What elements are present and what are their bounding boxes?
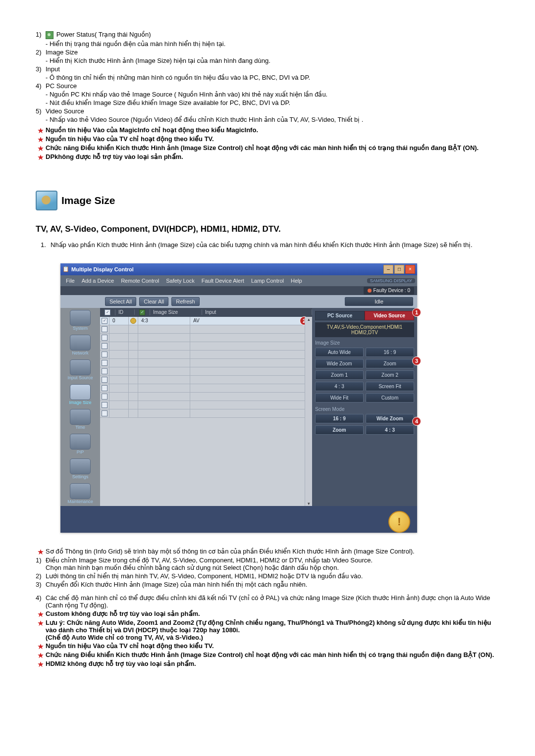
row-input: AV 2 <box>190 317 312 325</box>
row-checkbox[interactable] <box>102 410 107 416</box>
refresh-button[interactable]: Refresh <box>171 297 200 306</box>
btn-sm-zoom[interactable]: Zoom <box>315 425 364 435</box>
titlebar: 📋 Multiple Display Control – □ × <box>60 263 417 275</box>
row-checkbox[interactable] <box>102 385 107 391</box>
footer-item-1: 1) Điều chỉnh Image Size trong chế độ TV… <box>36 556 499 571</box>
right-panel: PC Source Video Source 1 TV,AV,S-Video,C… <box>312 308 417 506</box>
btn-custom[interactable]: Custom <box>366 393 414 403</box>
btn-wide-fit[interactable]: Wide Fit <box>315 393 364 403</box>
screen-mode-buttons: 16 : 9 Wide Zoom Zoom 4 : 3 4 <box>315 414 414 435</box>
sidebar-item-input-source[interactable]: Input Source <box>62 358 98 382</box>
menu-remote[interactable]: Remote Control <box>117 278 162 284</box>
btn-4-3[interactable]: 4 : 3 <box>315 382 364 391</box>
item-sub: Hiển thị trạng thái nguồn điện của màn h… <box>46 40 499 48</box>
btn-sm-wide-zoom[interactable]: Wide Zoom <box>366 414 414 423</box>
grid-row[interactable] <box>100 367 312 376</box>
tab-pc-source[interactable]: PC Source <box>315 311 365 320</box>
row-checkbox[interactable] <box>102 360 107 366</box>
tab-video-source[interactable]: Video Source <box>365 311 414 320</box>
btn-wide-zoom[interactable]: Wide Zoom <box>315 359 364 368</box>
callout-4: 4 <box>412 417 421 426</box>
grid-row[interactable] <box>100 359 312 367</box>
grid-row[interactable] <box>100 376 312 384</box>
row-checkbox[interactable] <box>102 368 107 374</box>
select-all-button[interactable]: Select All <box>105 297 136 306</box>
scroll-down-icon[interactable]: ▾ <box>305 501 312 506</box>
section-title: Image Size <box>61 195 115 206</box>
grid-row[interactable] <box>100 401 312 409</box>
grid-row[interactable] <box>100 334 312 342</box>
row-checkbox[interactable] <box>102 352 107 357</box>
maintenance-icon <box>70 483 91 499</box>
grid-row[interactable] <box>100 351 312 359</box>
row-checkbox[interactable] <box>102 343 107 349</box>
btn-zoom1[interactable]: Zoom 1 <box>315 370 364 380</box>
grid-scrollbar[interactable]: ▴ ▾ <box>305 317 312 506</box>
image-size-icon <box>70 384 91 400</box>
input-source-icon <box>70 359 91 375</box>
note-row: HDMI2 không được hỗ trợ tùy vào loại sản… <box>36 660 499 668</box>
menu-lamp[interactable]: Lamp Control <box>248 278 287 284</box>
footer-item-3: 3) Chuyển đổi Kích thước Hình ảnh (Image… <box>36 581 499 588</box>
btn-zoom2[interactable]: Zoom 2 <box>366 370 414 380</box>
grid-row[interactable] <box>100 342 312 351</box>
sidebar-item-system[interactable]: System <box>62 309 98 333</box>
network-icon <box>70 335 91 351</box>
sidebar-item-maintenance[interactable]: Maintenance <box>62 482 98 506</box>
item-title: Image Size <box>46 49 78 56</box>
header-input[interactable]: Input <box>202 309 312 315</box>
row-checkbox[interactable] <box>102 394 107 400</box>
btn-zoom[interactable]: Zoom <box>366 359 414 368</box>
sidebar-item-time[interactable]: Time <box>62 408 98 432</box>
row-checkbox[interactable] <box>102 377 107 383</box>
grid-row[interactable] <box>100 325 312 334</box>
footer-item-2: 2) Lưới thông tin chỉ hiển thị màn hình … <box>36 572 499 580</box>
top-item-2: 2) Image Size Hiển thị Kích thước Hình ả… <box>36 49 499 64</box>
note-row: Lưu ý: Chức năng Auto Wide, Zoom1 and Zo… <box>36 619 499 641</box>
grid-header: ✓ ID ✓ Image Size Input <box>100 308 312 317</box>
menu-safety[interactable]: Safety Lock <box>162 278 198 284</box>
btn-screen-fit[interactable]: Screen Fit <box>366 382 414 391</box>
btn-16-9[interactable]: 16 : 9 <box>366 348 414 357</box>
clear-all-button[interactable]: Clear All <box>139 297 168 306</box>
menu-file[interactable]: File <box>62 278 78 284</box>
row-checkbox[interactable] <box>102 326 107 332</box>
grid-row[interactable] <box>100 409 312 418</box>
sidebar-item-image-size[interactable]: Image Size <box>62 383 98 407</box>
sidebar-item-network[interactable]: Network <box>62 334 98 357</box>
star-icon <box>36 610 46 618</box>
scroll-up-icon[interactable]: ▴ <box>305 317 312 322</box>
maximize-icon[interactable]: □ <box>394 265 404 274</box>
pip-icon <box>70 434 91 450</box>
sidebar: System Network Input Source Image Size T… <box>60 308 100 506</box>
toolbar: Select All Clear All Refresh Idle <box>60 295 417 308</box>
btn-sm-4-3[interactable]: 4 : 3 <box>366 425 414 435</box>
header-image-size[interactable]: Image Size <box>150 309 202 315</box>
close-icon[interactable]: × <box>405 265 415 274</box>
grid-row[interactable]: ✓ 0 4:3 AV 2 <box>100 317 312 325</box>
header-power-status[interactable]: ✓ <box>135 309 150 315</box>
faulty-device-badge[interactable]: Faulty Device : 0 <box>364 287 414 295</box>
warning-info-icon[interactable]: ! <box>388 511 410 533</box>
menu-help[interactable]: Help <box>287 278 306 284</box>
note-row: Nguồn tín hiệu Vào của TV chỉ hoạt động … <box>36 642 499 650</box>
note-row: Chức năng Điều khiển Kích thước Hình ảnh… <box>36 144 499 152</box>
sidebar-item-settings[interactable]: Settings <box>62 457 98 481</box>
menu-fault[interactable]: Fault Device Alert <box>198 278 248 284</box>
grid-row[interactable] <box>100 384 312 393</box>
grid-row[interactable] <box>100 393 312 401</box>
minimize-icon[interactable]: – <box>383 265 393 274</box>
footer-list: Sơ đồ Thông tin (Info Grid) sẽ trình bày… <box>36 548 499 668</box>
section-desc: 1. Nhấp vào phần Kích thước Hình ảnh (Im… <box>41 241 499 249</box>
btn-auto-wide[interactable]: Auto Wide <box>315 348 364 357</box>
item-title: PC Source <box>46 82 77 90</box>
sidebar-item-pip[interactable]: PIP <box>62 433 98 456</box>
btn-sm-16-9[interactable]: 16 : 9 <box>315 414 364 423</box>
row-checkbox[interactable] <box>102 335 107 341</box>
menu-add-device[interactable]: Add a Device <box>78 278 117 284</box>
star-icon <box>36 619 46 627</box>
header-id[interactable]: ID <box>115 309 135 315</box>
row-checkbox[interactable]: ✓ <box>100 317 109 325</box>
header-checkbox[interactable]: ✓ <box>100 309 115 315</box>
row-checkbox[interactable] <box>102 402 107 408</box>
